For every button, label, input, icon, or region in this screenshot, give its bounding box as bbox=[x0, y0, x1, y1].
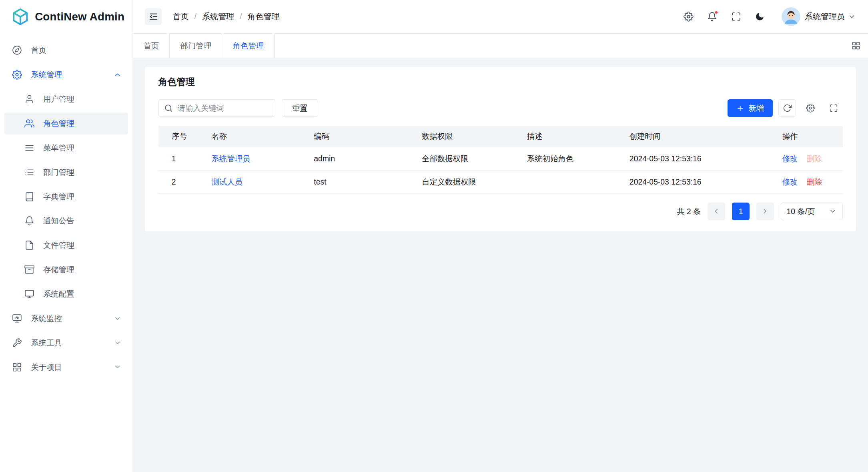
edit-link[interactable]: 修改 bbox=[782, 153, 798, 164]
settings-icon bbox=[12, 70, 22, 80]
cell-no: 1 bbox=[158, 147, 203, 170]
sidebar-item-label: 系统配置 bbox=[43, 289, 74, 299]
breadcrumb-separator: / bbox=[240, 12, 242, 21]
page-title: 角色管理 bbox=[158, 76, 843, 88]
pagination-prev-button[interactable] bbox=[708, 203, 725, 220]
tab-dept-mgmt[interactable]: 部门管理 bbox=[170, 34, 222, 58]
cell-no: 2 bbox=[158, 170, 203, 193]
breadcrumb-item-role[interactable]: 角色管理 bbox=[247, 11, 279, 22]
chevron-left-icon bbox=[712, 207, 720, 215]
sidebar-item-label: 通知公告 bbox=[43, 215, 74, 226]
sidebar-item-dept-mgmt[interactable]: 部门管理 bbox=[4, 161, 128, 183]
sidebar-item-notice[interactable]: 通知公告 bbox=[4, 210, 128, 232]
chevron-up-icon bbox=[114, 71, 121, 78]
menu-icon bbox=[24, 143, 34, 153]
tab-list-button[interactable] bbox=[844, 34, 868, 58]
tab-role-mgmt[interactable]: 角色管理 bbox=[222, 34, 275, 58]
monitor-activity-icon bbox=[12, 313, 22, 323]
sidebar-item-role-mgmt[interactable]: 角色管理 bbox=[4, 112, 128, 135]
sidebar-item-dict-mgmt[interactable]: 字典管理 bbox=[4, 185, 128, 207]
pagination-next-button[interactable] bbox=[756, 203, 774, 220]
sidebar-item-menu-mgmt[interactable]: 菜单管理 bbox=[4, 137, 128, 159]
table-fullscreen-button[interactable] bbox=[825, 99, 842, 117]
sidebar-item-label: 文件管理 bbox=[43, 240, 74, 251]
book-icon bbox=[24, 192, 34, 202]
column-header-created: 创建时间 bbox=[621, 126, 774, 147]
cell-code: admin bbox=[305, 147, 413, 170]
cell-created: 2024-05-03 12:53:16 bbox=[621, 170, 774, 193]
pagination-total: 共 2 条 bbox=[677, 206, 701, 217]
page-size-select[interactable]: 10 条/页 bbox=[781, 203, 843, 220]
toolbar-actions: 新增 bbox=[728, 99, 843, 117]
page-content: 角色管理 重置 新增 bbox=[133, 58, 868, 472]
table-header-row: 序号 名称 编码 数据权限 描述 创建时间 操作 bbox=[158, 126, 843, 147]
breadcrumb-item-system[interactable]: 系统管理 bbox=[202, 11, 234, 22]
compass-icon bbox=[12, 45, 22, 55]
refresh-button[interactable] bbox=[778, 99, 796, 117]
expand-icon bbox=[829, 104, 838, 112]
reset-button[interactable]: 重置 bbox=[282, 99, 318, 117]
cell-scope: 自定义数据权限 bbox=[413, 170, 518, 193]
user-icon bbox=[24, 94, 34, 104]
grid-icon bbox=[852, 41, 860, 50]
wrench-icon bbox=[12, 338, 22, 348]
page-size-value: 10 条/页 bbox=[786, 206, 815, 217]
tree-list-icon bbox=[24, 167, 34, 177]
sidebar-group-label: 系统管理 bbox=[31, 69, 62, 80]
sidebar: ContiNew Admin 首页 系统管理 用户管理 角色管理 bbox=[0, 0, 133, 472]
tab-label: 首页 bbox=[143, 40, 159, 51]
notifications-button[interactable] bbox=[707, 12, 717, 22]
main-column: 首页 / 系统管理 / 角色管理 bbox=[133, 0, 868, 472]
breadcrumb-item-home[interactable]: 首页 bbox=[173, 11, 189, 22]
settings-button[interactable] bbox=[684, 12, 694, 22]
sidebar-item-storage-mgmt[interactable]: 存储管理 bbox=[4, 259, 128, 281]
role-name-link[interactable]: 系统管理员 bbox=[211, 154, 250, 163]
sidebar-item-file-mgmt[interactable]: 文件管理 bbox=[4, 234, 128, 256]
cell-desc bbox=[518, 170, 621, 193]
sidebar-collapse-button[interactable] bbox=[145, 8, 162, 25]
dark-mode-button[interactable] bbox=[755, 12, 765, 22]
table-row: 1 系统管理员 admin 全部数据权限 系统初始角色 2024-05-03 1… bbox=[158, 147, 843, 170]
pagination-page-1[interactable]: 1 bbox=[732, 203, 750, 220]
tab-home[interactable]: 首页 bbox=[133, 34, 170, 58]
notification-dot bbox=[714, 10, 718, 14]
sidebar-group-system[interactable]: 系统管理 bbox=[4, 64, 128, 86]
sidebar-item-sys-config[interactable]: 系统配置 bbox=[4, 283, 128, 305]
toolbar: 重置 新增 bbox=[158, 99, 843, 117]
topbar: 首页 / 系统管理 / 角色管理 bbox=[133, 0, 868, 34]
column-header-scope: 数据权限 bbox=[413, 126, 518, 147]
chevron-down-icon bbox=[114, 339, 121, 347]
fullscreen-icon bbox=[731, 12, 741, 22]
column-header-no: 序号 bbox=[158, 126, 203, 147]
fullscreen-button[interactable] bbox=[731, 12, 741, 22]
topbar-actions: 系统管理员 bbox=[670, 7, 856, 26]
sidebar-item-home[interactable]: 首页 bbox=[4, 39, 128, 61]
breadcrumb-separator: / bbox=[194, 12, 197, 21]
column-settings-button[interactable] bbox=[802, 99, 819, 117]
role-table: 序号 名称 编码 数据权限 描述 创建时间 操作 1 系统管理员 bbox=[158, 126, 843, 194]
sidebar-item-label: 首页 bbox=[31, 45, 46, 56]
sidebar-group-monitor[interactable]: 系统监控 bbox=[4, 307, 128, 329]
column-header-code: 编码 bbox=[305, 126, 413, 147]
sidebar-group-about[interactable]: 关于项目 bbox=[4, 356, 128, 378]
breadcrumb: 首页 / 系统管理 / 角色管理 bbox=[173, 11, 280, 22]
search-input[interactable] bbox=[178, 104, 269, 113]
bell-icon bbox=[24, 216, 34, 226]
table-row: 2 测试人员 test 自定义数据权限 2024-05-03 12:53:16 … bbox=[158, 170, 843, 193]
pagination: 共 2 条 1 10 条/页 bbox=[158, 203, 843, 220]
sidebar-item-user-mgmt[interactable]: 用户管理 bbox=[4, 88, 128, 110]
role-name-link[interactable]: 测试人员 bbox=[211, 177, 242, 186]
sidebar-group-tools[interactable]: 系统工具 bbox=[4, 332, 128, 354]
search-box bbox=[158, 99, 275, 117]
avatar[interactable] bbox=[782, 7, 800, 26]
add-button[interactable]: 新增 bbox=[728, 99, 773, 117]
chevron-down-icon bbox=[829, 207, 836, 215]
edit-link[interactable]: 修改 bbox=[782, 177, 798, 187]
sidebar-menu: 首页 系统管理 用户管理 角色管理 菜单管理 bbox=[0, 34, 132, 472]
delete-link[interactable]: 删除 bbox=[807, 177, 822, 187]
chevron-down-icon bbox=[114, 315, 121, 322]
user-menu[interactable]: 系统管理员 bbox=[805, 11, 856, 22]
sidebar-item-label: 用户管理 bbox=[43, 94, 74, 104]
users-icon bbox=[24, 119, 34, 129]
sidebar-item-label: 菜单管理 bbox=[43, 143, 74, 153]
